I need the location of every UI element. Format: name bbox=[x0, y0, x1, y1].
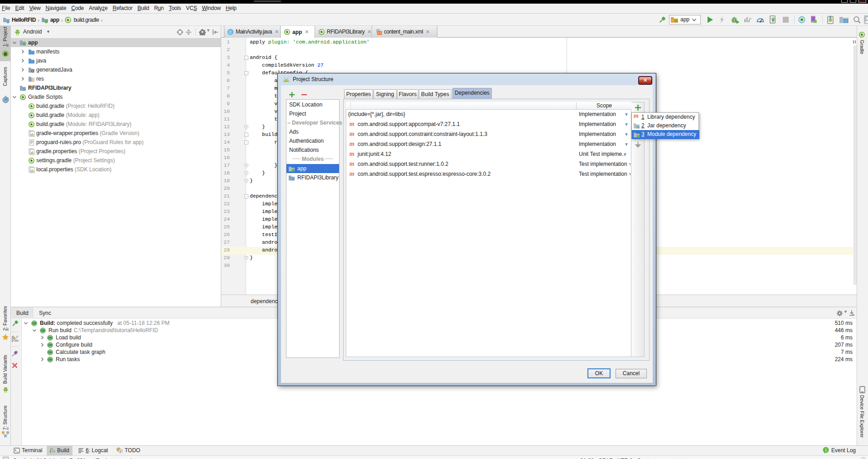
svg-text:10: 10 bbox=[52, 450, 55, 453]
svg-text:1: 1 bbox=[824, 448, 827, 452]
